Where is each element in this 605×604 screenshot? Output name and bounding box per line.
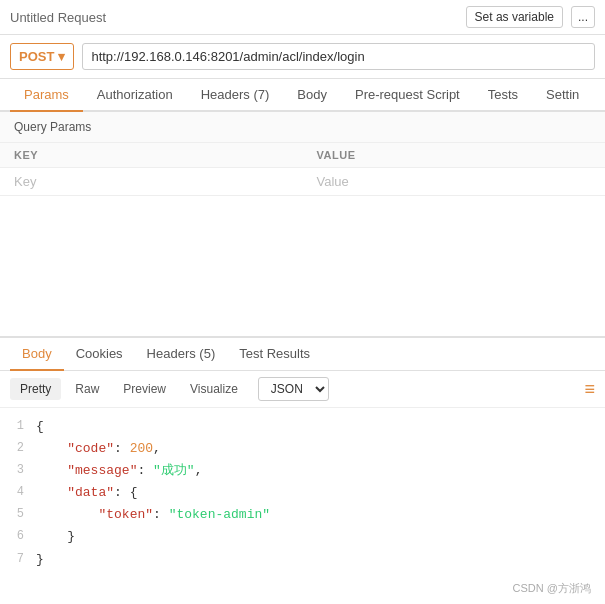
value-column-header: VALUE (303, 143, 606, 168)
more-button[interactable]: ... (571, 6, 595, 28)
response-tab-body[interactable]: Body (10, 338, 64, 371)
request-tabs: Params Authorization Headers (7) Body Pr… (0, 79, 605, 112)
line-num-2: 2 (0, 438, 36, 460)
code-line-1: 1 { (0, 416, 605, 438)
request-bar: POST ▾ (0, 35, 605, 79)
format-json-select[interactable]: JSON XML HTML Text (258, 377, 329, 401)
url-input[interactable] (82, 43, 595, 70)
line-num-4: 4 (0, 482, 36, 504)
query-params-section: Query Params KEY VALUE Key Value (0, 112, 605, 196)
tab-body[interactable]: Body (283, 79, 341, 112)
request-title: Untitled Request (10, 10, 458, 25)
tab-pre-request-script[interactable]: Pre-request Script (341, 79, 474, 112)
code-line-5: 5 "token": "token-admin" (0, 504, 605, 526)
response-tab-cookies[interactable]: Cookies (64, 338, 135, 371)
format-visualize-button[interactable]: Visualize (180, 378, 248, 400)
method-select[interactable]: POST ▾ (10, 43, 74, 70)
brace-root-close: } (36, 552, 44, 567)
brace-data-close: } (36, 529, 75, 544)
method-label: POST (19, 49, 54, 64)
set-as-variable-button[interactable]: Set as variable (466, 6, 563, 28)
top-bar: Untitled Request Set as variable ... (0, 0, 605, 35)
format-pretty-button[interactable]: Pretty (10, 378, 61, 400)
params-table: KEY VALUE Key Value (0, 143, 605, 196)
table-row: Key Value (0, 168, 605, 196)
code-val-token: "token-admin" (169, 507, 270, 522)
response-tab-headers[interactable]: Headers (5) (135, 338, 228, 371)
code-key-data: "data" (67, 485, 114, 500)
code-val-message: "成功" (153, 463, 195, 478)
tab-headers[interactable]: Headers (7) (187, 79, 284, 112)
code-val-data-brace: { (130, 485, 138, 500)
code-line-7: 7 } (0, 549, 605, 571)
format-preview-button[interactable]: Preview (113, 378, 176, 400)
code-line-2: 2 "code": 200, (0, 438, 605, 460)
tab-tests[interactable]: Tests (474, 79, 532, 112)
code-line-3: 3 "message": "成功", (0, 460, 605, 482)
format-raw-button[interactable]: Raw (65, 378, 109, 400)
code-val-code: 200 (130, 441, 153, 456)
value-cell[interactable]: Value (303, 168, 606, 196)
empty-area (0, 196, 605, 336)
code-line-4: 4 "data": { (0, 482, 605, 504)
tab-authorization[interactable]: Authorization (83, 79, 187, 112)
line-num-3: 3 (0, 460, 36, 482)
response-tab-test-results[interactable]: Test Results (227, 338, 322, 371)
tab-settings[interactable]: Settin (532, 79, 593, 112)
query-params-header: Query Params (0, 112, 605, 143)
code-key-code: "code" (67, 441, 114, 456)
line-num-6: 6 (0, 526, 36, 548)
wrap-icon[interactable]: ≡ (584, 379, 595, 400)
code-line-6: 6 } (0, 526, 605, 548)
response-tabs: Body Cookies Headers (5) Test Results (0, 336, 605, 371)
line-num-5: 5 (0, 504, 36, 526)
tab-params[interactable]: Params (10, 79, 83, 112)
line-num-7: 7 (0, 549, 36, 571)
key-column-header: KEY (0, 143, 303, 168)
code-body: 1 { 2 "code": 200, 3 "message": "成功", 4 … (0, 408, 605, 579)
code-key-message: "message" (67, 463, 137, 478)
brace-open: { (36, 419, 44, 434)
code-key-token: "token" (98, 507, 153, 522)
method-chevron-icon: ▾ (58, 49, 65, 64)
line-num-1: 1 (0, 416, 36, 438)
format-bar: Pretty Raw Preview Visualize JSON XML HT… (0, 371, 605, 408)
key-cell[interactable]: Key (0, 168, 303, 196)
